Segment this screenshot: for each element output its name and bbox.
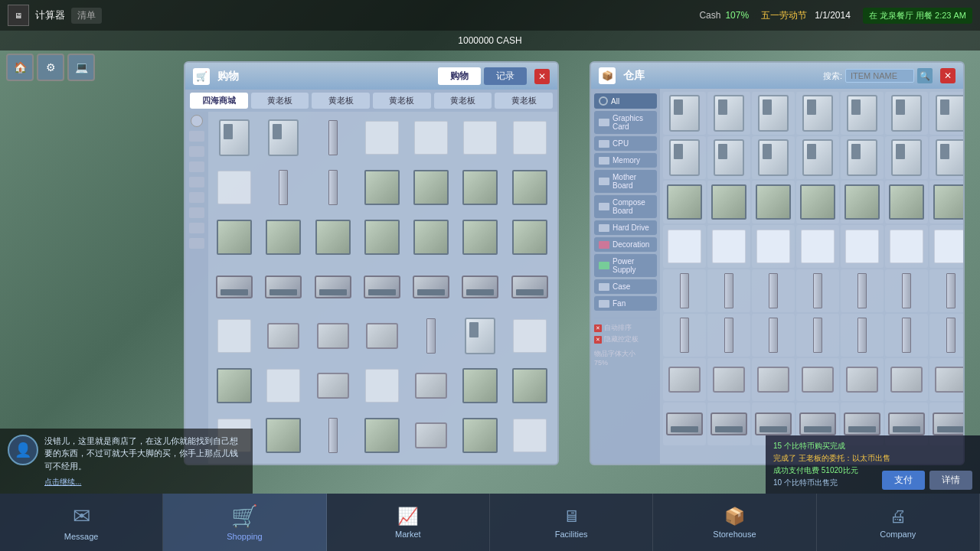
list-item[interactable] xyxy=(707,314,750,357)
filter-fan[interactable]: Fan xyxy=(594,296,657,311)
list-item[interactable] xyxy=(663,136,706,179)
list-item[interactable] xyxy=(260,412,306,458)
warehouse-close-button[interactable]: ✕ xyxy=(940,68,956,83)
seller-tab-5[interactable]: 黄老板 xyxy=(495,93,553,109)
list-item[interactable] xyxy=(929,225,963,268)
seller-tab-3[interactable]: 黄老板 xyxy=(373,93,431,109)
sidebar-item-8[interactable] xyxy=(189,238,204,249)
detail-button[interactable]: 详情 xyxy=(929,471,972,490)
list-item[interactable] xyxy=(929,358,963,401)
list-item[interactable] xyxy=(796,225,839,268)
list-item[interactable] xyxy=(507,165,553,210)
list-item[interactable] xyxy=(260,313,306,359)
list-item[interactable] xyxy=(457,214,503,260)
list-item[interactable] xyxy=(796,181,839,223)
list-item[interactable] xyxy=(310,264,356,310)
tool-settings[interactable]: ⚙ xyxy=(37,54,64,81)
search-button[interactable]: 🔍 xyxy=(917,68,933,83)
list-item[interactable] xyxy=(841,314,884,357)
list-item[interactable] xyxy=(929,314,963,357)
list-item[interactable] xyxy=(663,181,706,223)
list-item[interactable] xyxy=(260,363,306,409)
list-item[interactable] xyxy=(885,92,928,135)
tool-computer[interactable]: 💻 xyxy=(67,54,95,81)
list-item[interactable] xyxy=(707,269,750,312)
list-item[interactable] xyxy=(359,313,405,359)
list-item[interactable] xyxy=(841,181,884,223)
list-item[interactable] xyxy=(752,181,795,223)
list-item[interactable] xyxy=(752,358,795,401)
list-item[interactable] xyxy=(408,165,454,210)
list-item[interactable] xyxy=(885,358,928,401)
pay-button[interactable]: 支付 xyxy=(882,471,925,490)
list-item[interactable] xyxy=(359,214,405,260)
list-item[interactable] xyxy=(663,269,706,312)
list-item[interactable] xyxy=(359,264,405,310)
list-item[interactable] xyxy=(408,363,454,409)
nav-company[interactable]: 🖨 Company xyxy=(817,494,980,551)
list-item[interactable] xyxy=(752,136,795,179)
nav-facilities[interactable]: 🖥 Facilities xyxy=(490,494,653,551)
list-item[interactable] xyxy=(929,92,963,135)
seller-tab-4[interactable]: 黄老板 xyxy=(434,93,492,109)
nav-shopping[interactable]: 🛒 Shopping xyxy=(163,494,326,551)
nav-message[interactable]: ✉ Message xyxy=(0,494,163,551)
list-item[interactable] xyxy=(885,269,928,312)
tab-buy[interactable]: 购物 xyxy=(438,67,481,85)
list-item[interactable] xyxy=(457,363,503,409)
list-item[interactable] xyxy=(457,313,503,359)
list-item[interactable] xyxy=(885,136,928,179)
list-item[interactable] xyxy=(359,412,405,458)
list-item[interactable] xyxy=(841,225,884,268)
sidebar-item-5[interactable] xyxy=(189,192,204,203)
list-item[interactable] xyxy=(211,214,257,260)
list-item[interactable] xyxy=(885,314,928,357)
list-item[interactable] xyxy=(507,412,553,458)
seller-tab-2[interactable]: 黄老板 xyxy=(312,93,370,109)
list-item[interactable] xyxy=(507,363,553,409)
list-item[interactable] xyxy=(752,314,795,357)
list-item[interactable] xyxy=(359,115,405,161)
list-item[interactable] xyxy=(310,412,356,458)
sidebar-item-6[interactable] xyxy=(189,207,204,218)
list-item[interactable] xyxy=(707,92,750,135)
seller-tab-1[interactable]: 黄老板 xyxy=(251,93,309,109)
list-item[interactable] xyxy=(408,313,454,359)
filter-all[interactable]: All xyxy=(594,93,657,109)
list-item[interactable] xyxy=(841,136,884,179)
list-item[interactable] xyxy=(359,363,405,409)
list-item[interactable] xyxy=(707,358,750,401)
list-item[interactable] xyxy=(211,165,257,210)
list-item[interactable] xyxy=(408,412,454,458)
list-item[interactable] xyxy=(457,412,503,458)
list-item[interactable] xyxy=(841,92,884,135)
sidebar-item-4[interactable] xyxy=(189,177,204,187)
filter-case[interactable]: Case xyxy=(594,279,657,294)
list-item[interactable] xyxy=(310,214,356,260)
list-item[interactable] xyxy=(507,313,553,359)
list-item[interactable] xyxy=(260,214,306,260)
sidebar-item-3[interactable] xyxy=(189,161,204,172)
nav-market[interactable]: 📈 Market xyxy=(327,494,490,551)
list-item[interactable] xyxy=(885,181,928,223)
chat-action[interactable]: 点击继续... xyxy=(44,477,245,487)
filter-mobo[interactable]: Mother Board xyxy=(594,170,657,193)
sidebar-item-1[interactable] xyxy=(189,131,204,142)
list-item[interactable] xyxy=(457,165,503,210)
list-item[interactable] xyxy=(663,225,706,268)
list-item[interactable] xyxy=(707,225,750,268)
shop-close-button[interactable]: ✕ xyxy=(534,69,550,84)
list-item[interactable] xyxy=(408,264,454,310)
tab-record[interactable]: 记录 xyxy=(484,67,527,85)
list-item[interactable] xyxy=(310,165,356,210)
list-item[interactable] xyxy=(457,115,503,161)
auto-sort-checkbox[interactable]: ✕ 自动排序 xyxy=(594,323,657,333)
list-item[interactable] xyxy=(260,115,306,161)
search-input[interactable] xyxy=(845,69,914,83)
filter-psu[interactable]: Power Supply xyxy=(594,254,657,277)
list-item[interactable] xyxy=(260,165,306,210)
list-item[interactable] xyxy=(885,225,928,268)
list-item[interactable] xyxy=(310,363,356,409)
list-item[interactable] xyxy=(752,92,795,135)
list-item[interactable] xyxy=(310,115,356,161)
